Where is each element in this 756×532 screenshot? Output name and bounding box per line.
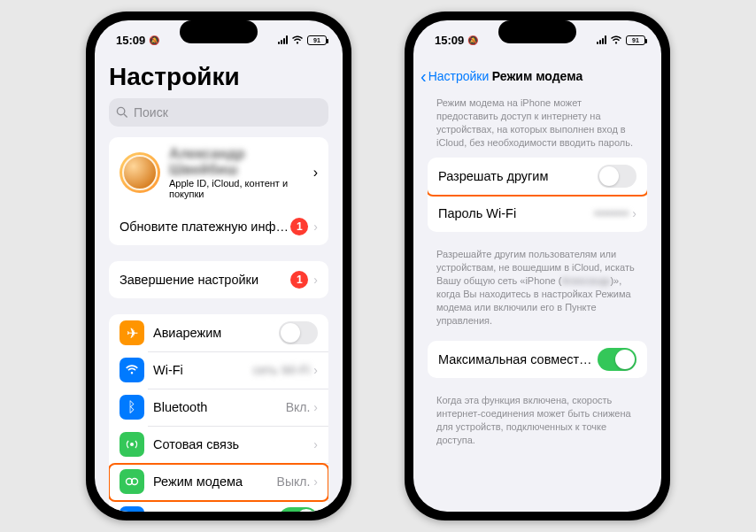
max-compat-row[interactable]: Максимальная совместимость [428,341,647,378]
battery-icon: 91 [626,35,645,45]
page-title: Настройки [95,59,343,98]
status-time: 15:09 [116,34,145,47]
battery-icon: 91 [307,35,327,45]
phone-left: 15:09 🔕 91 Настройки Поиск [86,12,351,520]
svg-line-1 [124,114,127,118]
wifi-icon [291,35,304,45]
airplane-row[interactable]: ✈ Авиарежим [109,314,328,351]
bluetooth-icon: ᛒ [120,395,144,420]
screen-right: 15:09 🔕 91 ‹ Настройки Режим модема Режи… [413,20,661,512]
vpn-toggle[interactable] [279,507,318,512]
allow-others-toggle[interactable] [598,165,636,188]
badge: 1 [290,271,308,289]
search-icon [116,106,128,119]
chevron-left-icon: ‹ [420,66,427,87]
wifi-password-row[interactable]: Пароль Wi-Fi •••••••• › [428,195,647,232]
phone-right: 15:09 🔕 91 ‹ Настройки Режим модема Режи… [405,12,670,520]
nav-bar: ‹ Настройки Режим модема [413,59,661,93]
wifi-settings-icon [120,358,144,382]
screen-left: 15:09 🔕 91 Настройки Поиск [95,20,343,512]
airplane-icon: ✈ [120,320,144,345]
wifi-icon [610,35,622,45]
vpn-row[interactable]: VPN VPN [109,500,328,512]
cellular-row[interactable]: Сотовая связь › [109,426,328,463]
silent-icon: 🔕 [149,35,159,45]
chevron-right-icon: › [313,363,318,377]
chevron-right-icon: › [313,474,318,489]
avatar [120,152,160,193]
cellular-signal-icon [278,35,288,44]
setup-group: Завершение настройки 1 › [109,261,328,298]
chevron-right-icon: › [313,273,318,287]
apple-id-name: Александр Швейбиш [169,146,313,178]
chevron-right-icon: › [313,165,318,181]
wifi-row[interactable]: Wi-Fi сеть Wi-Fi › [109,351,328,389]
hotspot-intro-text: Режим модема на iPhone может предоставит… [413,93,661,158]
wifi-password-value: •••••••• [594,206,629,220]
apple-id-group: Александр Швейбиш Apple ID, iCloud, конт… [109,137,328,245]
chevron-right-icon: › [313,220,318,234]
cellular-icon [120,432,144,457]
chevron-right-icon: › [313,400,318,414]
allow-others-footer: Разрешайте другим пользователям или устр… [413,248,661,341]
airplane-toggle[interactable] [279,321,318,344]
vpn-icon: VPN [120,506,144,512]
apple-id-sub: Apple ID, iCloud, контент и покупки [169,178,313,199]
dynamic-island [180,20,258,43]
hotspot-row[interactable]: Режим модема Выкл. › [109,463,328,500]
badge: 1 [290,218,308,235]
max-compat-toggle[interactable] [598,348,636,371]
chevron-right-icon: › [632,206,636,220]
silent-icon: 🔕 [467,35,478,45]
compat-group: Максимальная совместимость [428,341,647,378]
finish-setup-row[interactable]: Завершение настройки 1 › [109,261,328,298]
hotspot-icon [120,469,144,494]
network-group: ✈ Авиарежим Wi-Fi сеть Wi-Fi › ᛒ Bluetoo… [109,314,328,512]
apple-id-row[interactable]: Александр Швейбиш Apple ID, iCloud, конт… [109,137,328,208]
wifi-network-detail: сеть Wi-Fi [253,363,311,377]
payment-info-row[interactable]: Обновите платежную информа… 1 › [109,208,328,245]
svg-point-2 [130,443,134,446]
search-input[interactable]: Поиск [109,98,328,127]
allow-others-group: Разрешать другим Пароль Wi-Fi •••••••• › [428,158,647,232]
compat-footer-text: Когда эта функция включена, скорость инт… [413,394,661,460]
chevron-right-icon: › [313,437,318,451]
search-placeholder: Поиск [134,105,168,120]
status-time: 15:09 [435,34,464,47]
cellular-signal-icon [597,35,606,44]
svg-point-0 [117,107,124,114]
back-button[interactable]: ‹ Настройки [420,66,489,87]
dynamic-island [498,20,576,43]
bluetooth-row[interactable]: ᛒ Bluetooth Вкл. › [109,389,328,426]
allow-others-row[interactable]: Разрешать другим [428,158,647,195]
